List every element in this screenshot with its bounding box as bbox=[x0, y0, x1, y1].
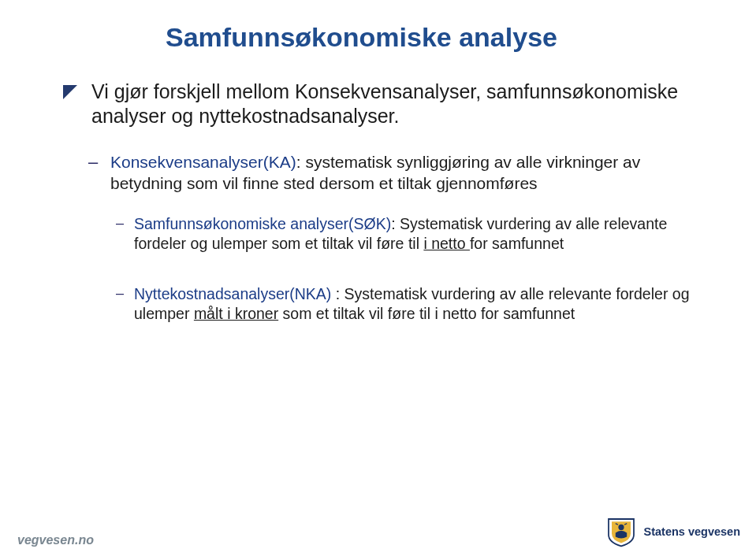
footer-url: vegvesen.no bbox=[17, 533, 94, 547]
nested1-after: for samfunnet bbox=[470, 235, 564, 252]
footer-brand-container: Statens vegvesen bbox=[605, 516, 740, 547]
crest-icon bbox=[605, 516, 637, 547]
dash-icon: – bbox=[116, 214, 128, 232]
nested1-underlined: i netto bbox=[423, 235, 470, 252]
spacer bbox=[41, 278, 715, 284]
nested2-after: som et tiltak vil føre til i netto for s… bbox=[278, 305, 575, 322]
footer-brand-text: Statens vegvesen bbox=[643, 525, 740, 538]
bullet-triangle-icon bbox=[63, 85, 77, 99]
nested-bullet-2-text: Nyttekostnadsanalyser(NKA) : Systematisk… bbox=[134, 284, 715, 325]
nested2-term: Nyttekostnadsanalyser(NKA) bbox=[134, 285, 331, 302]
dash-icon: – bbox=[116, 284, 128, 302]
nested2-underlined: målt i kroner bbox=[194, 305, 278, 322]
dash-icon: – bbox=[88, 151, 104, 173]
nested1-term: Samfunnsøkonomiske analyser(SØK) bbox=[134, 215, 391, 232]
sub-bullet-1-text: Konsekvensanalyser(KA): systematisk synl… bbox=[110, 151, 715, 195]
page-title: Samfunnsøkonomiske analyse bbox=[41, 22, 715, 53]
svg-point-1 bbox=[619, 525, 624, 530]
sub1-term: Konsekvensanalyser(KA) bbox=[110, 153, 296, 171]
nested-bullet-2: – Nyttekostnadsanalyser(NKA) : Systemati… bbox=[116, 284, 715, 325]
main-bullet-text: Vi gjør forskjell mellom Konsekvensanaly… bbox=[91, 80, 715, 129]
svg-marker-0 bbox=[63, 85, 77, 99]
nested-bullet-1: – Samfunnsøkonomiske analyser(SØK): Syst… bbox=[116, 214, 715, 254]
nested-bullet-1-text: Samfunnsøkonomiske analyser(SØK): System… bbox=[134, 214, 715, 254]
sub-bullet-1: – Konsekvensanalyser(KA): systematisk sy… bbox=[88, 151, 715, 195]
slide-container: Samfunnsøkonomiske analyse Vi gjør forsk… bbox=[0, 0, 756, 560]
main-bullet: Vi gjør forskjell mellom Konsekvensanaly… bbox=[63, 80, 715, 129]
footer: vegvesen.no Statens vegvesen bbox=[0, 516, 756, 547]
